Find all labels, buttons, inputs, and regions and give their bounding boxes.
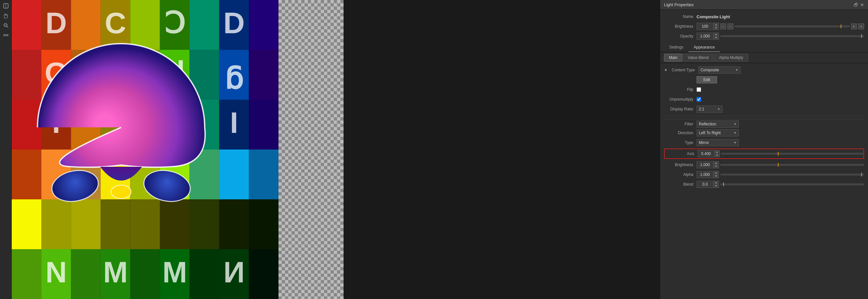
blend-slider-wrapper (720, 183, 864, 185)
props-content: Name Composite Light Brightness 100 ▲ ▼ … (660, 10, 868, 43)
brightness-spinner[interactable]: 100 ▲ ▼ (696, 23, 719, 30)
axis-spin-up[interactable]: ▲ (714, 151, 720, 154)
axis-spinner[interactable]: 0.400 ▲ ▼ (698, 150, 720, 157)
close-btn[interactable]: ✕ (860, 2, 864, 7)
blend-spinner[interactable]: 0.0 ▲ ▼ (696, 181, 719, 188)
blend-spin-btns: ▲ ▼ (713, 181, 719, 188)
display-ratio-dropdown[interactable]: 2:1 ▼ (696, 106, 722, 113)
blend-spin-down[interactable]: ▼ (713, 184, 719, 188)
direction-dropdown[interactable]: Left To Right ▼ (696, 129, 739, 136)
filter-brightness-spin-up[interactable]: ▲ (713, 162, 719, 165)
tab-settings[interactable]: Settings (664, 43, 688, 52)
content-type-value: Composite (701, 68, 719, 72)
name-label: Name (664, 14, 696, 19)
brightness-minus2-btn[interactable]: − (727, 23, 733, 29)
content-type-label: Content Type (669, 68, 698, 72)
alpha-spin-down[interactable]: ▼ (713, 174, 719, 178)
axis-value: 0.400 (698, 152, 714, 156)
name-value: Composite Light (696, 14, 730, 19)
brightness-plus2-btn[interactable]: + (858, 23, 864, 29)
unpremultiply-row: Unpremultiply (664, 95, 864, 104)
alpha-label: Alpha (664, 172, 696, 177)
flip-row: Flip (664, 85, 864, 94)
brightness-spin-down[interactable]: ▼ (713, 26, 719, 30)
content-type-arrow[interactable]: ▼ (664, 68, 668, 72)
display-ratio-arrow: ▼ (717, 107, 720, 111)
blend-slider[interactable] (720, 183, 864, 185)
alpha-spin-up[interactable]: ▲ (713, 171, 719, 174)
filter-dropdown[interactable]: Reflection ▼ (696, 120, 739, 128)
flip-checkbox[interactable] (696, 87, 701, 92)
alpha-row: Alpha 1.000 ▲ ▼ (664, 170, 864, 179)
axis-label: Axis (665, 152, 698, 156)
alpha-spinner[interactable]: 1.000 ▲ ▼ (696, 171, 719, 178)
filter-brightness-slider-wrapper (720, 164, 864, 166)
unpremultiply-label: Unpremultiply (664, 97, 696, 102)
brightness-plus-btn[interactable]: + (851, 23, 857, 29)
unpremultiply-checkbox[interactable] (696, 97, 701, 102)
section-divider (664, 116, 864, 116)
blend-row: Blend 0.0 ▲ ▼ (664, 180, 864, 189)
title-bar: Light Properties 🗗 ✕ (660, 0, 868, 10)
brightness-spin-up[interactable]: ▲ (713, 23, 719, 26)
sub-tab-main[interactable]: Main (664, 54, 682, 61)
opacity-row: Opacity 1.000 ▲ ▼ (664, 32, 864, 40)
filter-row: Filter Reflection ▼ (664, 119, 864, 127)
opacity-spin-down[interactable]: ▼ (713, 36, 719, 39)
sub-tab-alpha-multiply[interactable]: Alpha Multiply (714, 54, 748, 61)
tabs-row: Settings Appearance (660, 43, 868, 52)
type-dropdown[interactable]: Mirror ▼ (696, 139, 739, 146)
filter-dropdown-arrow: ▼ (734, 123, 737, 126)
direction-label: Direction (664, 131, 696, 135)
toolbar-icon-hand[interactable] (1, 11, 10, 20)
display-ratio-label: Display Ratio (664, 107, 696, 111)
content-type-dropdown[interactable]: Composite ▼ (698, 66, 741, 74)
opacity-slider-wrapper (720, 35, 864, 37)
brightness-minus-btn[interactable]: − (720, 23, 726, 29)
canvas-main[interactable] (12, 0, 278, 299)
toolbar-icon-measure[interactable] (1, 31, 10, 40)
axis-row: Axis 0.400 ▲ ▼ (665, 150, 863, 158)
left-toolbar (0, 0, 12, 299)
brightness-slider[interactable] (735, 25, 850, 27)
toolbar-icon-1[interactable] (1, 1, 10, 10)
filter-brightness-spin-btns: ▲ ▼ (713, 162, 719, 168)
opacity-spin-btns: ▲ ▼ (713, 33, 719, 39)
alpha-slider[interactable] (720, 173, 864, 175)
opacity-slider[interactable] (720, 35, 864, 37)
type-label: Type (664, 140, 696, 145)
filter-brightness-value: 1.000 (697, 163, 713, 167)
content-type-row: ▼ Content Type Composite ▼ (664, 66, 864, 74)
filter-brightness-slider[interactable] (720, 164, 864, 166)
filter-brightness-label: Brightness (664, 163, 696, 167)
name-row: Name Composite Light (664, 12, 864, 21)
tab-appearance[interactable]: Appearance (688, 43, 720, 52)
brightness-label: Brightness (664, 24, 696, 29)
axis-slider-wrapper (721, 153, 863, 155)
toolbar-icon-zoom[interactable] (1, 21, 10, 30)
opacity-spinner[interactable]: 1.000 ▲ ▼ (696, 33, 719, 40)
direction-dropdown-arrow: ▼ (734, 131, 737, 135)
axis-spin-down[interactable]: ▼ (714, 154, 720, 157)
axis-slider[interactable] (721, 153, 863, 155)
axis-spin-btns: ▲ ▼ (714, 151, 720, 157)
type-dropdown-arrow: ▼ (734, 141, 737, 144)
blend-spin-up[interactable]: ▲ (713, 181, 719, 184)
brightness-value: 100 (697, 24, 713, 29)
content-type-dropdown-arrow: ▼ (735, 69, 738, 72)
title-bar-buttons: 🗗 ✕ (854, 2, 864, 7)
blend-value: 0.0 (697, 182, 713, 187)
alpha-value: 1.000 (697, 172, 713, 177)
flip-label: Flip (664, 87, 696, 92)
edit-button[interactable]: Edit (696, 76, 717, 83)
sub-tab-value-blend[interactable]: Value Blend (683, 54, 713, 61)
brightness-spin-btns: ▲ ▼ (713, 23, 719, 30)
filter-value: Reflection (699, 122, 716, 126)
edit-row: Edit (664, 76, 864, 84)
right-panel: Light Properties 🗗 ✕ Name Composite Ligh… (660, 0, 868, 299)
minimize-btn[interactable]: 🗗 (854, 2, 858, 7)
filter-label: Filter (664, 122, 696, 126)
filter-brightness-spin-down[interactable]: ▼ (713, 165, 719, 168)
opacity-spin-up[interactable]: ▲ (713, 33, 719, 36)
filter-brightness-spinner[interactable]: 1.000 ▲ ▼ (696, 161, 719, 168)
